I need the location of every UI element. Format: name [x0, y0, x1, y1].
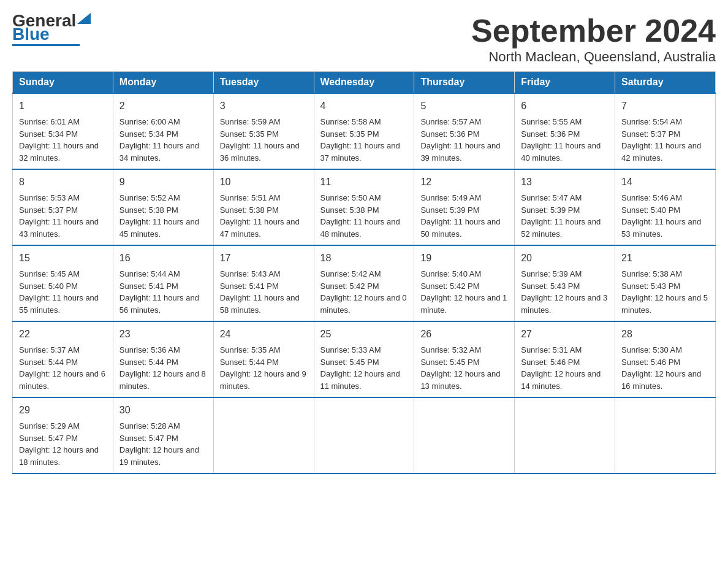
daylight-label: Daylight: 11 hours and 45 minutes. — [119, 217, 199, 239]
daylight-label: Daylight: 12 hours and 1 minute. — [420, 293, 507, 315]
logo-underline — [12, 44, 80, 46]
sunrise-label: Sunrise: 5:40 AM — [420, 269, 481, 278]
calendar-title: September 2024 — [471, 12, 716, 49]
day-number: 3 — [220, 99, 308, 113]
day-number: 17 — [220, 251, 308, 266]
daylight-label: Daylight: 11 hours and 47 minutes. — [220, 217, 300, 239]
sunset-label: Sunset: 5:41 PM — [220, 282, 279, 291]
sunset-label: Sunset: 5:44 PM — [119, 358, 178, 367]
calendar-week-row: 1 Sunrise: 6:01 AM Sunset: 5:34 PM Dayli… — [13, 93, 716, 169]
table-row — [314, 397, 414, 473]
table-row: 19 Sunrise: 5:40 AM Sunset: 5:42 PM Dayl… — [414, 245, 515, 321]
sunset-label: Sunset: 5:42 PM — [420, 282, 479, 291]
logo: General Blue — [12, 12, 91, 46]
sunset-label: Sunset: 5:47 PM — [19, 434, 78, 443]
day-number: 26 — [420, 327, 508, 342]
day-number: 29 — [19, 403, 107, 418]
day-number: 30 — [119, 403, 207, 418]
daylight-label: Daylight: 12 hours and 19 minutes. — [119, 445, 199, 467]
day-number: 14 — [621, 175, 709, 190]
daylight-label: Daylight: 12 hours and 11 minutes. — [320, 369, 400, 391]
daylight-label: Daylight: 11 hours and 56 minutes. — [119, 293, 199, 315]
header-monday: Monday — [113, 72, 213, 94]
daylight-label: Daylight: 12 hours and 6 minutes. — [19, 369, 105, 391]
day-number: 7 — [621, 99, 709, 113]
sunset-label: Sunset: 5:36 PM — [420, 129, 479, 139]
calendar-week-row: 15 Sunrise: 5:45 AM Sunset: 5:40 PM Dayl… — [13, 245, 716, 321]
daylight-label: Daylight: 11 hours and 36 minutes. — [220, 141, 300, 163]
sunset-label: Sunset: 5:39 PM — [521, 205, 580, 215]
sunrise-label: Sunrise: 5:37 AM — [19, 345, 80, 354]
table-row: 12 Sunrise: 5:49 AM Sunset: 5:39 PM Dayl… — [414, 169, 515, 245]
table-row: 18 Sunrise: 5:42 AM Sunset: 5:42 PM Dayl… — [314, 245, 414, 321]
table-row: 17 Sunrise: 5:43 AM Sunset: 5:41 PM Dayl… — [213, 245, 314, 321]
sunrise-label: Sunrise: 5:59 AM — [220, 117, 281, 126]
sunset-label: Sunset: 5:43 PM — [521, 282, 580, 291]
sunrise-label: Sunrise: 5:30 AM — [621, 345, 682, 354]
daylight-label: Daylight: 12 hours and 13 minutes. — [420, 369, 500, 391]
table-row: 6 Sunrise: 5:55 AM Sunset: 5:36 PM Dayli… — [515, 93, 615, 169]
sunrise-label: Sunrise: 5:45 AM — [19, 269, 80, 278]
sunset-label: Sunset: 5:38 PM — [220, 205, 279, 215]
sunrise-label: Sunrise: 5:58 AM — [320, 117, 381, 126]
sunrise-label: Sunrise: 5:52 AM — [119, 193, 180, 202]
sunset-label: Sunset: 5:47 PM — [119, 434, 178, 443]
day-number: 22 — [19, 327, 107, 342]
calendar-header-row: Sunday Monday Tuesday Wednesday Thursday… — [13, 72, 716, 94]
day-number: 20 — [521, 251, 609, 266]
day-number: 15 — [19, 251, 107, 266]
logo-text-blue: Blue — [12, 25, 50, 44]
table-row: 16 Sunrise: 5:44 AM Sunset: 5:41 PM Dayl… — [113, 245, 213, 321]
table-row: 27 Sunrise: 5:31 AM Sunset: 5:46 PM Dayl… — [515, 321, 615, 397]
day-number: 19 — [420, 251, 508, 266]
sunset-label: Sunset: 5:37 PM — [19, 205, 78, 215]
sunrise-label: Sunrise: 5:51 AM — [220, 193, 281, 202]
sunset-label: Sunset: 5:40 PM — [621, 205, 680, 215]
sunrise-label: Sunrise: 5:31 AM — [521, 345, 582, 354]
sunrise-label: Sunrise: 5:35 AM — [220, 345, 281, 354]
header-wednesday: Wednesday — [314, 72, 414, 94]
sunrise-label: Sunrise: 5:53 AM — [19, 193, 80, 202]
title-block: September 2024 North Maclean, Queensland… — [471, 12, 716, 65]
table-row — [414, 397, 515, 473]
table-row: 25 Sunrise: 5:33 AM Sunset: 5:45 PM Dayl… — [314, 321, 414, 397]
daylight-label: Daylight: 12 hours and 0 minutes. — [320, 293, 407, 315]
daylight-label: Daylight: 11 hours and 37 minutes. — [320, 141, 400, 163]
table-row: 11 Sunrise: 5:50 AM Sunset: 5:38 PM Dayl… — [314, 169, 414, 245]
page-header: General Blue September 2024 North Maclea… — [12, 12, 716, 65]
daylight-label: Daylight: 11 hours and 43 minutes. — [19, 217, 99, 239]
daylight-label: Daylight: 12 hours and 18 minutes. — [19, 445, 99, 467]
sunset-label: Sunset: 5:38 PM — [119, 205, 178, 215]
sunrise-label: Sunrise: 5:42 AM — [320, 269, 381, 278]
daylight-label: Daylight: 11 hours and 52 minutes. — [521, 217, 601, 239]
day-number: 1 — [19, 99, 107, 113]
sunset-label: Sunset: 5:42 PM — [320, 282, 379, 291]
table-row: 28 Sunrise: 5:30 AM Sunset: 5:46 PM Dayl… — [615, 321, 716, 397]
table-row: 23 Sunrise: 5:36 AM Sunset: 5:44 PM Dayl… — [113, 321, 213, 397]
sunset-label: Sunset: 5:35 PM — [320, 129, 379, 139]
sunset-label: Sunset: 5:34 PM — [19, 129, 78, 139]
table-row — [213, 397, 314, 473]
daylight-label: Daylight: 11 hours and 42 minutes. — [621, 141, 701, 163]
table-row: 20 Sunrise: 5:39 AM Sunset: 5:43 PM Dayl… — [515, 245, 615, 321]
day-number: 24 — [220, 327, 308, 342]
sunset-label: Sunset: 5:35 PM — [220, 129, 279, 139]
day-number: 2 — [119, 99, 207, 113]
daylight-label: Daylight: 11 hours and 48 minutes. — [320, 217, 400, 239]
daylight-label: Daylight: 11 hours and 53 minutes. — [621, 217, 701, 239]
day-number: 12 — [420, 175, 508, 190]
sunset-label: Sunset: 5:36 PM — [521, 129, 580, 139]
sunset-label: Sunset: 5:45 PM — [320, 358, 379, 367]
daylight-label: Daylight: 12 hours and 9 minutes. — [220, 369, 306, 391]
sunset-label: Sunset: 5:46 PM — [521, 358, 580, 367]
sunrise-label: Sunrise: 5:55 AM — [521, 117, 582, 126]
sunset-label: Sunset: 5:37 PM — [621, 129, 680, 139]
header-saturday: Saturday — [615, 72, 716, 94]
daylight-label: Daylight: 12 hours and 14 minutes. — [521, 369, 601, 391]
table-row: 2 Sunrise: 6:00 AM Sunset: 5:34 PM Dayli… — [113, 93, 213, 169]
table-row: 4 Sunrise: 5:58 AM Sunset: 5:35 PM Dayli… — [314, 93, 414, 169]
sunset-label: Sunset: 5:41 PM — [119, 282, 178, 291]
logo-triangle-icon — [77, 13, 91, 24]
daylight-label: Daylight: 12 hours and 8 minutes. — [119, 369, 206, 391]
sunrise-label: Sunrise: 5:50 AM — [320, 193, 381, 202]
